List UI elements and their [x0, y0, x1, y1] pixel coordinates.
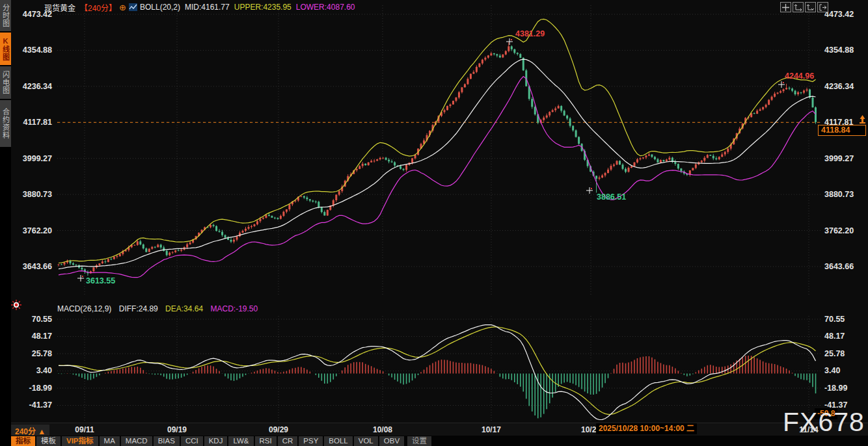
sidebar-item-label: 闪电图 — [1, 71, 11, 94]
chart-canvas[interactable]: 4473.424473.424354.884354.884236.344236.… — [0, 0, 868, 446]
axis-tick-label: 3880.73 — [824, 190, 854, 199]
axis-tick-label: 25.78 — [824, 349, 845, 358]
sidebar-item-kline-chart[interactable]: K线图 — [0, 33, 11, 65]
tab-rsi[interactable]: RSI — [255, 436, 277, 446]
crosshair-move-icon[interactable] — [780, 2, 791, 12]
axis-tick-label: -41.37 — [29, 400, 52, 410]
axis-tick-label: 70.55 — [32, 315, 52, 324]
tab-boll[interactable]: BOLL — [324, 436, 352, 446]
x-axis-date: 10/17 — [472, 425, 511, 434]
extreme-marker — [506, 38, 513, 45]
boll-mid-value: MID:4161.77 — [185, 3, 230, 12]
x-axis-date: 10/08 — [363, 425, 402, 434]
macd-header: MACD(26,12,9) DIFF:24.89 DEA:34.64 MACD:… — [57, 304, 263, 313]
sidebar-item-time-chart[interactable]: 分时图 — [0, 0, 11, 31]
macd-dea-value: DEA:34.64 — [165, 304, 203, 313]
sidebar-item-label: 分时图 — [1, 4, 11, 27]
tab-macd[interactable]: MACD — [121, 436, 152, 446]
grid — [57, 5, 821, 421]
x-axis-date: 09/19 — [157, 425, 197, 434]
axis-tick-label: 3643.66 — [23, 262, 52, 271]
axis-tick-label: 48.17 — [32, 332, 52, 341]
axis-tick-label: -18.99 — [29, 384, 52, 393]
axis-tick-label: 4236.34 — [23, 82, 52, 91]
crosshair-macd-tooltip: -50.8 — [815, 408, 837, 419]
x-axis-date: 11/14 — [789, 425, 828, 434]
axis-tick-label: 3.40 — [36, 366, 52, 375]
tab-cci[interactable]: CCI — [181, 436, 203, 446]
axis-tick-label: 70.55 — [824, 315, 845, 324]
tab-lw[interactable]: LW& — [228, 436, 253, 446]
axis-zoom-in-icon[interactable] — [793, 2, 804, 12]
tab-kdj[interactable]: KDJ — [204, 436, 228, 446]
axis-zoom-out-icon[interactable] — [805, 2, 816, 12]
tab-[interactable]: 指标 — [11, 436, 35, 446]
tab-vip[interactable]: VIP指标 — [62, 436, 98, 446]
symbol-name: 现货黄金 — [44, 2, 75, 13]
axis-tick-label: 25.78 — [32, 349, 52, 358]
boll-upper-value: UPPER:4235.95 — [234, 3, 292, 12]
period-label: 【240分】 — [80, 2, 116, 13]
axis-tick-label: 4354.88 — [824, 46, 854, 55]
extreme-marker — [77, 275, 84, 282]
axis-tick-label: 3880.73 — [23, 190, 52, 199]
chart-toolbar — [780, 2, 830, 12]
pane-expand-icon[interactable] — [817, 2, 828, 12]
extreme-marker — [586, 187, 593, 194]
boll-lower-value: LOWER:4087.60 — [296, 3, 355, 12]
tab-ma[interactable]: MA — [100, 436, 120, 446]
macd-params: MACD(26,12,9) — [57, 304, 111, 313]
tab-psy[interactable]: PSY — [299, 436, 323, 446]
axis-tick-label: 4354.88 — [23, 46, 52, 55]
sidebar-item-lightning-chart[interactable]: 闪电图 — [0, 66, 11, 99]
alert-indicator-icon[interactable] — [10, 299, 22, 313]
axis-tick-label: 3999.27 — [824, 154, 854, 163]
tab-cr[interactable]: CR — [278, 436, 298, 446]
axis-tick-label: -18.99 — [824, 384, 847, 393]
x-axis-date: 09/11 — [65, 425, 104, 434]
tab-vol[interactable]: VOL — [354, 436, 378, 446]
extreme-marker — [778, 81, 785, 88]
sidebar-item-contract-info[interactable]: 合约资料 — [0, 100, 11, 147]
indicator-tab-bar: 指标模板VIP指标MAMACDBIASCCIKDJLW&RSICRPSYBOLL… — [0, 436, 868, 446]
axis-tick-label: 3762.20 — [23, 226, 52, 235]
price-alert-icon[interactable] — [858, 114, 867, 126]
tab-[interactable]: 模板 — [36, 436, 61, 446]
x-axis-date: 09/29 — [259, 425, 298, 434]
boll-indicator-icon — [129, 3, 137, 11]
axis-tick-label: 48.17 — [824, 332, 845, 341]
tab-[interactable]: 设置 — [407, 436, 431, 446]
boll-params: BOLL(20,2) — [140, 3, 180, 12]
crosshair-time-tooltip: 2025/10/28 10:00~14:00 二 — [596, 423, 697, 434]
x-axis-dates: 09/1109/1909/2910/0810/1710/2811/14 — [0, 423, 868, 436]
chart-header: 现货黄金 【240分】 ⊕ BOLL(20,2) MID:4161.77 UPP… — [44, 3, 360, 12]
tab-bias[interactable]: BIAS — [154, 436, 180, 446]
left-sidebar: 分时图 K线图 闪电图 合约资料 — [0, 0, 11, 446]
tab-obv[interactable]: OBV — [379, 436, 404, 446]
axis-tick-label: 3.40 — [824, 366, 840, 375]
x-axis-row: 240分 ▲ 09/1109/1909/2910/0810/1710/2811/… — [0, 423, 868, 436]
axis-tick-label: 4236.34 — [824, 82, 854, 91]
sidebar-item-label: 合约资料 — [1, 108, 11, 139]
last-price-box: 4118.84 — [818, 125, 866, 136]
axis-tick-label: 3643.66 — [824, 262, 854, 271]
sidebar-item-label: K线图 — [1, 37, 11, 61]
axis-tick-label: 3762.20 — [824, 226, 854, 235]
macd-hist-value: MACD:-19.50 — [210, 304, 258, 313]
axis-tick-label: 4117.81 — [23, 118, 53, 127]
add-indicator-icon[interactable]: ⊕ — [119, 3, 126, 12]
trading-app: 4473.424473.424354.884354.884236.344236.… — [0, 0, 868, 446]
macd-diff-value: DIFF:24.89 — [119, 304, 158, 313]
axis-tick-label: 3999.27 — [23, 154, 52, 163]
candlesticks — [58, 42, 817, 276]
